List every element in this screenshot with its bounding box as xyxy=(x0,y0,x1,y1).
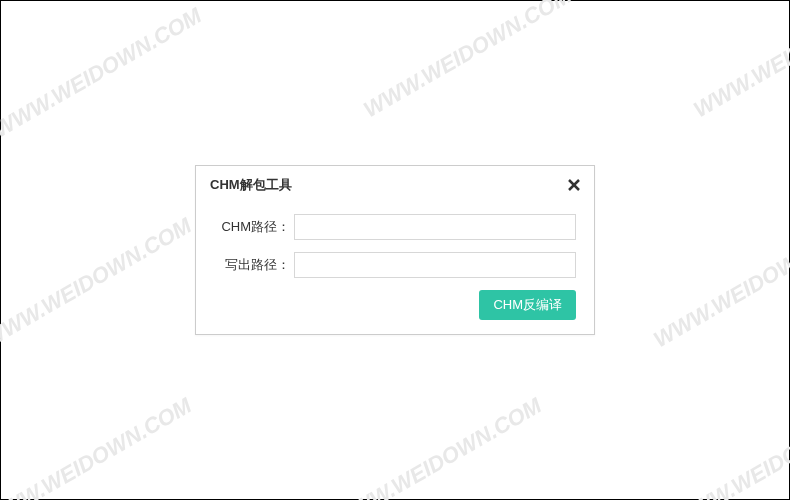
watermark-text: WWW.WEIDOWN.COM xyxy=(649,213,790,353)
output-path-label: 写出路径： xyxy=(214,256,294,274)
watermark-text: WWW.WEIDOWN.COM xyxy=(669,393,790,500)
watermark-text: WWW.WEIDOWN.COM xyxy=(359,0,576,123)
dialog-title: CHM解包工具 xyxy=(210,176,292,194)
chm-path-input[interactable] xyxy=(294,214,576,240)
button-row: CHM反编译 xyxy=(214,290,576,320)
watermark-text: WWW.WEIDOWN.COM xyxy=(689,0,790,123)
watermark-text: WWW.WEIDOWN.COM xyxy=(0,393,196,500)
output-path-input[interactable] xyxy=(294,252,576,278)
dialog-body: CHM路径： 写出路径： CHM反编译 xyxy=(196,202,594,334)
decompile-button[interactable]: CHM反编译 xyxy=(479,290,576,320)
watermark-text: WWW.WEIDOWN.COM xyxy=(0,213,196,353)
watermark-text: WWW.WEIDOWN.COM xyxy=(329,393,546,500)
chm-unpack-dialog: CHM解包工具 CHM路径： 写出路径： CHM反编译 xyxy=(195,165,595,335)
close-icon xyxy=(567,178,581,192)
watermark-text: WWW.WEIDOWN.COM xyxy=(0,3,206,143)
chm-path-label: CHM路径： xyxy=(214,218,294,236)
chm-path-row: CHM路径： xyxy=(214,214,576,240)
dialog-header: CHM解包工具 xyxy=(196,166,594,202)
close-button[interactable] xyxy=(566,177,582,193)
output-path-row: 写出路径： xyxy=(214,252,576,278)
